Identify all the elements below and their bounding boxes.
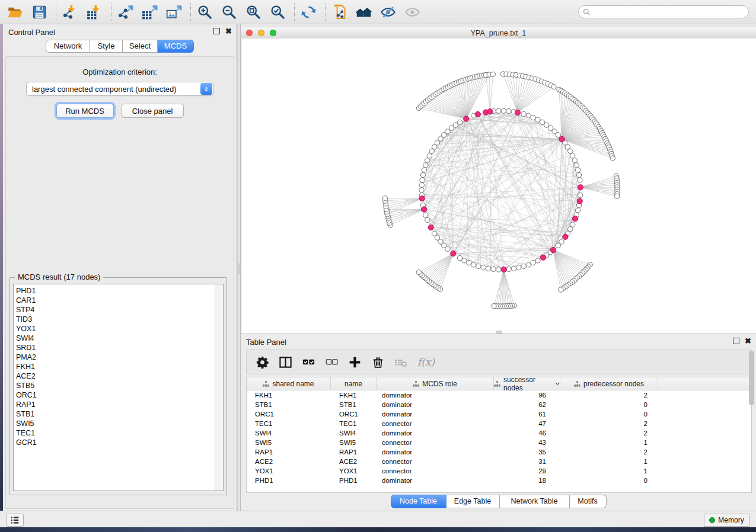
mcds-hub-node[interactable] [578,185,583,190]
mcds-hub-node[interactable] [501,267,506,272]
export-image-button[interactable] [165,3,183,21]
ring-node[interactable] [578,178,582,182]
search-input[interactable] [593,6,748,18]
network-from-file-button[interactable] [330,3,348,21]
ring-node[interactable] [422,168,426,172]
ring-node[interactable] [419,188,424,193]
ring-node[interactable] [420,178,425,182]
table-row[interactable]: ORC1ORC1dominator610 [247,409,751,419]
ring-node[interactable] [419,182,424,187]
ring-node[interactable] [481,265,486,270]
result-node-item[interactable]: PHD1 [16,286,223,296]
save-session-button[interactable] [30,3,48,21]
ring-node[interactable] [531,260,535,265]
leaf-node[interactable] [551,84,556,89]
task-history-button[interactable] [6,514,24,527]
tab-node-table[interactable]: Node Table [391,495,446,508]
result-node-item[interactable]: CAR1 [16,296,223,305]
result-node-item[interactable]: PMA2 [16,352,223,362]
leaf-node[interactable] [492,303,496,308]
mcds-hub-node[interactable] [421,207,426,212]
ring-node[interactable] [486,266,490,271]
column-header-successor-nodes[interactable]: successor nodes [494,377,560,390]
select-all-button[interactable] [301,354,316,370]
tab-edge-table[interactable]: Edge Table [446,495,500,508]
table-row[interactable]: PHD1PHD1dominator180 [247,476,751,485]
ring-node[interactable] [427,153,432,158]
delete-column-button[interactable] [370,354,385,370]
ring-node[interactable] [467,260,471,265]
ring-node[interactable] [462,258,467,263]
ring-node[interactable] [568,149,573,153]
result-node-item[interactable]: SWI4 [16,334,223,343]
columns-button[interactable] [277,354,293,370]
ring-node[interactable] [570,222,575,227]
table-row[interactable]: TEC1TEC1connector472 [247,419,751,428]
column-header-predecessor-nodes[interactable]: predecessor nodes [560,377,658,390]
ring-node[interactable] [476,264,481,268]
result-node-item[interactable]: STB5 [16,381,223,390]
network-window-titlebar[interactable]: YPA_prune.txt_1 [241,27,756,39]
import-table-button[interactable] [85,3,103,21]
network-canvas[interactable] [241,39,756,334]
ring-node[interactable] [556,133,560,137]
ring-node[interactable] [574,163,579,168]
network-graph[interactable] [241,39,756,334]
criterion-select[interactable]: largest connected component (undirected) [26,82,213,96]
result-node-item[interactable]: ACE2 [16,371,223,381]
leaf-node[interactable] [615,194,620,198]
open-file-button[interactable] [6,3,24,21]
column-header-MCDS-role[interactable]: MCDS role [377,377,494,390]
ring-node[interactable] [556,243,560,248]
table-row[interactable]: SWI4SWI4dominator462 [247,428,751,438]
result-node-item[interactable]: SRD1 [16,343,223,352]
mcds-hub-node[interactable] [419,196,425,201]
memory-button[interactable]: Memory [704,514,749,527]
mcds-hub-node[interactable] [573,216,578,221]
ring-node[interactable] [506,108,511,113]
close-icon[interactable]: ✖ [225,28,232,34]
hide-details-button[interactable] [379,3,397,21]
tab-network-table[interactable]: Network Table [500,495,570,508]
result-node-item[interactable]: GCR1 [16,438,223,447]
mcds-hub-node[interactable] [475,111,480,117]
table-row[interactable]: STB1STB1dominator620 [247,400,751,409]
ring-node[interactable] [521,264,526,268]
ring-node[interactable] [432,231,437,236]
ring-node[interactable] [425,158,430,163]
result-node-item[interactable]: SWI5 [16,419,223,428]
ring-node[interactable] [496,267,501,272]
result-node-item[interactable]: RAP1 [16,400,223,409]
ring-node[interactable] [526,262,531,267]
ring-node[interactable] [570,153,575,158]
ring-node[interactable] [516,265,521,270]
ring-node[interactable] [576,172,581,177]
close-icon[interactable]: ✖ [745,338,751,344]
table-scrollbar[interactable] [749,350,755,444]
ring-node[interactable] [496,108,501,113]
export-table-button[interactable] [141,3,158,21]
ring-node[interactable] [575,168,580,172]
table-scrollbar-thumb[interactable] [749,351,754,405]
mcds-hub-node[interactable] [559,136,564,142]
result-list-scrollbar[interactable] [215,284,223,491]
table-row[interactable]: FKH1FKH1dominator962 [247,390,751,400]
zoom-selected-button[interactable] [269,3,286,21]
export-network-button[interactable] [116,3,134,21]
ring-node[interactable] [521,111,526,116]
ring-node[interactable] [491,267,496,271]
splitter-grip-icon[interactable] [238,264,240,274]
mcds-hub-node[interactable] [563,234,568,239]
gear-button[interactable] [254,354,270,370]
mcds-hub-node[interactable] [451,251,456,256]
result-node-item[interactable]: STP4 [16,305,223,315]
result-node-item[interactable]: YOX1 [16,324,223,334]
table-row[interactable]: ACE2ACE2connector311 [247,457,751,466]
ring-node[interactable] [425,217,430,222]
zoom-in-button[interactable] [196,3,213,21]
search-box[interactable] [578,5,749,18]
mcds-hub-node[interactable] [428,225,433,230]
ring-node[interactable] [457,255,462,260]
ring-node[interactable] [572,158,577,163]
ring-node[interactable] [535,117,540,122]
